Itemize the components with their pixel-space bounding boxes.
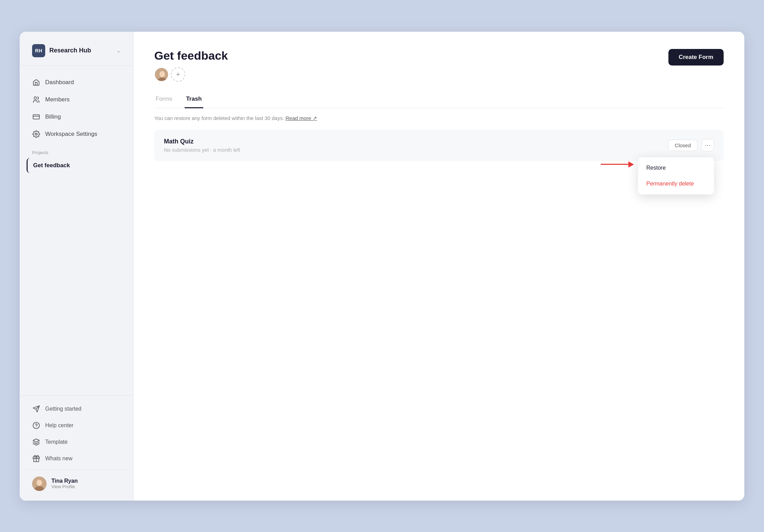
dropdown-menu: Restore Permanently delete [638,157,714,194]
page-header: Get feedback + Create Form [154,49,724,82]
svg-rect-1 [33,114,39,119]
divider [27,469,126,470]
gift-icon [32,454,40,463]
sidebar-item-dashboard[interactable]: Dashboard [27,74,126,91]
main-content: Get feedback + Create Form Forms Trash [134,32,744,501]
view-profile-link[interactable]: View Profile [51,484,78,489]
trash-info-text: You can restore any form deleted within … [154,115,724,121]
sidebar-item-help-center[interactable]: Help center [27,418,126,433]
sidebar-item-label: Dashboard [45,79,74,86]
sidebar-item-members[interactable]: Members [27,91,126,108]
read-more-link[interactable]: Read more ↗ [286,115,317,121]
sidebar-nav: Dashboard Members [20,66,133,173]
sidebar-item-label: Billing [45,113,61,120]
sidebar-item-template[interactable]: Template [27,434,126,450]
sidebar-item-billing[interactable]: Billing [27,109,126,125]
sidebar-item-get-feedback[interactable]: Get feedback [27,158,126,173]
tab-trash[interactable]: Trash [185,92,203,108]
restore-button[interactable]: Restore [638,160,714,176]
create-form-button[interactable]: Create Form [668,49,724,66]
sidebar-bottom: Getting started Help center [20,395,133,501]
members-icon [32,96,40,104]
arrow-head [628,161,634,168]
page-title-group: Get feedback + [154,49,228,82]
workspace-avatar: RH [32,44,45,57]
user-profile[interactable]: Tina Ryan View Profile [27,472,126,495]
svg-point-12 [37,480,42,486]
tab-forms[interactable]: Forms [154,92,174,108]
svg-point-3 [35,133,37,135]
chevron-down-icon[interactable]: ⌄ [117,48,121,53]
home-icon [32,78,40,87]
form-name: Math Quiz [164,138,240,145]
form-card-actions: Closed ⋯ [668,139,714,151]
sidebar-item-whats-new[interactable]: Whats new [27,451,126,466]
sidebar-item-label: Workspace Settings [45,131,97,138]
permanently-delete-button[interactable]: Permanently delete [638,176,714,192]
settings-icon [32,130,40,138]
user-name: Tina Ryan [51,478,78,484]
arrow-line [601,164,628,165]
form-meta: No submissions yet · a month left [164,147,240,153]
sidebar-item-label: Members [45,96,70,103]
workspace-title: Research Hub [49,47,91,54]
sidebar-item-label: Template [45,439,68,445]
sidebar-item-label: Whats new [45,455,72,462]
avatar-row: + [154,67,228,82]
status-badge: Closed [668,140,697,151]
avatar [32,476,47,491]
workspace-name-group[interactable]: RH Research Hub [32,44,91,57]
tabs-row: Forms Trash [154,92,724,108]
sidebar-item-label: Getting started [45,406,81,412]
help-icon [32,421,40,430]
svg-point-15 [159,71,165,77]
layers-icon [32,438,40,446]
sidebar-item-label: Help center [45,422,74,429]
member-avatar [154,67,169,82]
page-title: Get feedback [154,49,228,62]
svg-point-0 [34,97,37,99]
projects-label: Projects [27,143,126,158]
sidebar-item-workspace-settings[interactable]: Workspace Settings [27,126,126,142]
sidebar-header: RH Research Hub ⌄ [20,32,133,66]
arrow-indicator [601,161,634,168]
sidebar: RH Research Hub ⌄ Dashboard [20,32,134,501]
add-member-button[interactable]: + [171,67,185,82]
sidebar-item-getting-started[interactable]: Getting started [27,401,126,417]
form-card: Math Quiz No submissions yet · a month l… [154,130,724,161]
svg-marker-8 [33,439,39,442]
more-options-button[interactable]: ⋯ [702,139,714,151]
project-item-label: Get feedback [33,162,70,169]
send-icon [32,405,40,413]
billing-icon [32,113,40,121]
form-card-info: Math Quiz No submissions yet · a month l… [164,138,240,153]
user-info: Tina Ryan View Profile [51,478,78,489]
